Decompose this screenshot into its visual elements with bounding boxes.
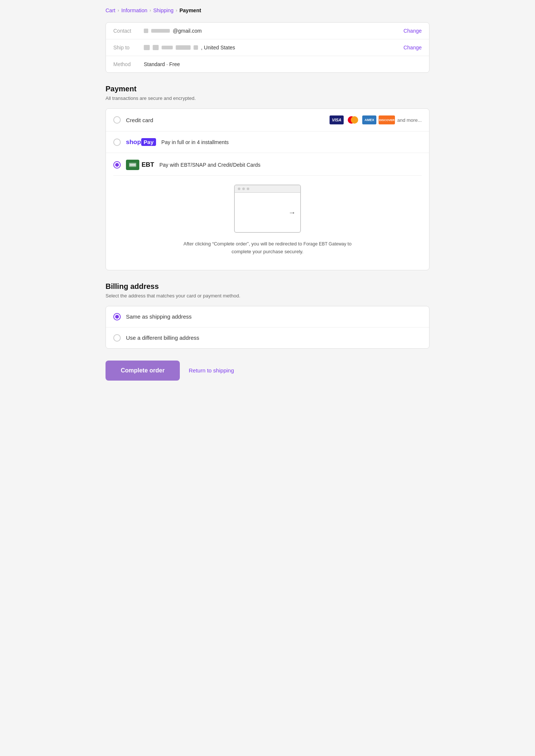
redacted-7 bbox=[194, 45, 198, 50]
contact-change-link[interactable]: Change bbox=[403, 28, 422, 34]
breadcrumb-sep-3: › bbox=[176, 8, 177, 13]
discover-icon: DISCOVER bbox=[379, 115, 395, 124]
radio-different-billing[interactable] bbox=[113, 334, 121, 342]
summary-method-row: Method Standard · Free bbox=[106, 56, 429, 72]
payment-option-shoppay[interactable]: shop Pay Pay in full or in 4 installment… bbox=[106, 131, 429, 153]
summary-contact-row: Contact @gmail.com Change bbox=[106, 23, 429, 39]
method-value: Standard · Free bbox=[144, 61, 422, 67]
redacted-3 bbox=[144, 45, 150, 50]
card-icons: VISA AMEX DISCOVER and more... bbox=[330, 115, 422, 124]
radio-shoppay[interactable] bbox=[113, 139, 121, 146]
mastercard-icon bbox=[346, 115, 360, 124]
ebt-description: Pay with EBT/SNAP and Credit/Debit Cards bbox=[159, 162, 260, 168]
browser-dot-3 bbox=[247, 188, 249, 190]
shoppay-badge: shop Pay bbox=[126, 138, 156, 146]
amex-icon: AMEX bbox=[362, 115, 376, 124]
summary-card: Contact @gmail.com Change Ship to , Unit… bbox=[106, 22, 429, 73]
ebt-redirect-part1: After clicking “Complete order”, you wil… bbox=[184, 241, 302, 247]
radio-same-shipping[interactable] bbox=[113, 313, 121, 320]
billing-option-different[interactable]: Use a different billing address bbox=[106, 328, 429, 348]
ebt-icon bbox=[126, 160, 139, 170]
breadcrumb-sep-2: › bbox=[150, 8, 151, 13]
payment-title: Payment bbox=[106, 85, 429, 93]
payment-options: Credit card VISA AMEX DISCOVER and more.… bbox=[106, 108, 429, 270]
breadcrumb-shipping[interactable]: Shipping bbox=[153, 7, 174, 13]
radio-ebt[interactable] bbox=[113, 161, 121, 169]
credit-card-label: Credit card bbox=[126, 117, 324, 123]
redacted-1 bbox=[144, 29, 148, 33]
breadcrumb-payment: Payment bbox=[179, 7, 201, 13]
payment-subtitle: All transactions are secure and encrypte… bbox=[106, 95, 429, 101]
shipto-value: , United States bbox=[144, 45, 399, 50]
browser-topbar bbox=[235, 185, 300, 193]
redirect-arrow-icon: → bbox=[288, 208, 296, 217]
billing-title: Billing address bbox=[106, 282, 429, 291]
different-billing-label: Use a different billing address bbox=[126, 335, 422, 341]
payment-option-credit-card[interactable]: Credit card VISA AMEX DISCOVER and more.… bbox=[106, 109, 429, 131]
billing-option-same[interactable]: Same as shipping address bbox=[106, 306, 429, 328]
ebt-text: EBT bbox=[142, 161, 154, 169]
browser-body: → bbox=[235, 193, 300, 232]
breadcrumb: Cart › Information › Shipping › Payment bbox=[106, 7, 429, 13]
billing-subtitle: Select the address that matches your car… bbox=[106, 293, 429, 299]
redacted-6 bbox=[176, 45, 191, 50]
summary-shipto-row: Ship to , United States Change bbox=[106, 39, 429, 56]
breadcrumb-information[interactable]: Information bbox=[121, 7, 147, 13]
redacted-4 bbox=[153, 45, 159, 50]
return-to-shipping-link[interactable]: Return to shipping bbox=[189, 367, 234, 374]
redacted-5 bbox=[162, 46, 173, 49]
radio-credit-card[interactable] bbox=[113, 116, 121, 124]
ebt-brand-name: Forage EBT Gateway bbox=[304, 241, 348, 247]
shipto-change-link[interactable]: Change bbox=[403, 45, 422, 50]
complete-order-button[interactable]: Complete order bbox=[106, 361, 180, 381]
and-more-text: and more... bbox=[397, 117, 422, 123]
redacted-2 bbox=[151, 29, 170, 33]
breadcrumb-cart[interactable]: Cart bbox=[106, 7, 115, 13]
contact-label: Contact bbox=[113, 28, 139, 34]
payment-option-ebt[interactable]: EBT Pay with EBT/SNAP and Credit/Debit C… bbox=[106, 153, 429, 270]
browser-window-illustration: → bbox=[234, 185, 301, 233]
shipto-country: , United States bbox=[201, 45, 235, 50]
ebt-redirect-message: After clicking “Complete order”, you wil… bbox=[175, 240, 360, 256]
browser-dot-2 bbox=[242, 188, 245, 190]
method-label: Method bbox=[113, 61, 139, 67]
browser-dot-1 bbox=[238, 188, 240, 190]
same-shipping-label: Same as shipping address bbox=[126, 313, 422, 320]
ebt-expanded-content: → After clicking “Complete order”, you w… bbox=[113, 175, 422, 263]
contact-email: @gmail.com bbox=[173, 28, 202, 34]
shoppay-pay-text: Pay bbox=[141, 138, 156, 146]
visa-icon: VISA bbox=[330, 115, 344, 124]
breadcrumb-sep-1: › bbox=[117, 8, 119, 13]
contact-value: @gmail.com bbox=[144, 28, 399, 34]
billing-options: Same as shipping address Use a different… bbox=[106, 306, 429, 349]
actions-row: Complete order Return to shipping bbox=[106, 361, 429, 381]
ebt-logo: EBT bbox=[126, 160, 154, 170]
shoppay-shop-text: shop bbox=[126, 139, 141, 146]
shoppay-label: Pay in full or in 4 installments bbox=[161, 139, 228, 145]
shipto-label: Ship to bbox=[113, 45, 139, 50]
